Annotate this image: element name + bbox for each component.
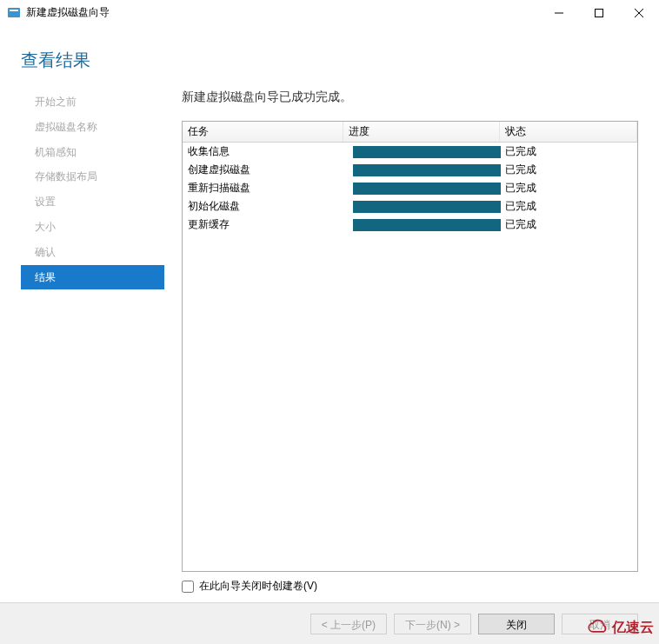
sidebar-item-label: 机箱感知 xyxy=(35,146,77,158)
task-progress xyxy=(343,163,500,178)
svg-rect-1 xyxy=(10,10,18,11)
svg-rect-3 xyxy=(596,9,603,17)
sidebar-item-label: 开始之前 xyxy=(35,96,77,108)
progress-bar xyxy=(353,183,501,195)
progress-bar xyxy=(353,201,501,213)
create-volume-checkbox-row[interactable]: 在此向导关闭时创建卷(V) xyxy=(182,579,638,594)
task-status: 已完成 xyxy=(500,143,637,160)
table-row: 重新扫描磁盘 已完成 xyxy=(183,179,637,197)
sidebar-item-before-begin: 开始之前 xyxy=(21,90,164,115)
column-header-status[interactable]: 状态 xyxy=(500,122,637,142)
table-row: 更新缓存 已完成 xyxy=(183,216,637,234)
task-name: 更新缓存 xyxy=(183,216,343,233)
sidebar-item-label: 存储数据布局 xyxy=(35,170,97,183)
window-controls xyxy=(539,0,659,26)
table-row: 创建虚拟磁盘 已完成 xyxy=(183,161,637,179)
maximize-button[interactable] xyxy=(579,0,619,26)
window-title: 新建虚拟磁盘向导 xyxy=(26,5,539,20)
task-progress xyxy=(343,199,500,215)
task-progress xyxy=(343,144,500,160)
sidebar-item-confirm: 确认 xyxy=(21,240,164,265)
minimize-button[interactable] xyxy=(539,0,579,26)
close-button[interactable] xyxy=(619,0,659,26)
previous-button: < 上一步(P) xyxy=(310,614,387,634)
table-row: 收集信息 已完成 xyxy=(183,143,637,161)
sidebar-item-label: 结果 xyxy=(35,271,56,283)
create-volume-label: 在此向导关闭时创建卷(V) xyxy=(199,579,317,594)
sidebar-item-size: 大小 xyxy=(21,215,164,240)
page-title: 查看结果 xyxy=(0,26,659,90)
results-table: 任务 进度 状态 收集信息 已完成 创建虚拟磁盘 已完成 重新扫描磁盘 xyxy=(182,121,638,572)
next-button: 下一步(N) > xyxy=(394,614,471,634)
sidebar-item-label: 虚拟磁盘名称 xyxy=(35,121,97,133)
task-status: 已完成 xyxy=(500,180,637,196)
close-wizard-button[interactable]: 关闭 xyxy=(478,614,555,634)
task-name: 创建虚拟磁盘 xyxy=(183,162,343,178)
task-status: 已完成 xyxy=(500,216,637,233)
main-panel: 新建虚拟磁盘向导已成功完成。 任务 进度 状态 收集信息 已完成 创建虚拟磁盘 … xyxy=(164,90,659,594)
task-progress xyxy=(343,217,500,233)
progress-bar xyxy=(353,219,501,231)
svg-rect-0 xyxy=(8,8,20,17)
task-progress xyxy=(343,181,500,196)
task-name: 重新扫描磁盘 xyxy=(183,180,343,196)
sidebar-item-label: 确认 xyxy=(35,246,56,258)
sidebar-item-settings: 设置 xyxy=(21,189,164,215)
table-body: 收集信息 已完成 创建虚拟磁盘 已完成 重新扫描磁盘 已完成 初始化磁盘 xyxy=(183,143,637,571)
progress-bar xyxy=(353,164,501,176)
task-status: 已完成 xyxy=(500,162,637,178)
sidebar-item-results: 结果 xyxy=(21,265,164,290)
task-name: 收集信息 xyxy=(183,143,343,160)
result-message: 新建虚拟磁盘向导已成功完成。 xyxy=(182,90,638,105)
app-icon xyxy=(7,6,21,20)
table-row: 初始化磁盘 已完成 xyxy=(183,197,637,216)
footer: < 上一步(P) 下一步(N) > 关闭 取消 xyxy=(0,602,659,644)
column-header-task[interactable]: 任务 xyxy=(183,122,343,142)
sidebar-item-label: 大小 xyxy=(35,221,56,233)
sidebar-item-enclosure: 机箱感知 xyxy=(21,140,164,165)
table-header: 任务 进度 状态 xyxy=(183,122,637,143)
titlebar: 新建虚拟磁盘向导 xyxy=(0,0,659,26)
column-header-progress[interactable]: 进度 xyxy=(343,122,500,142)
sidebar-item-label: 设置 xyxy=(35,196,56,208)
sidebar: 开始之前 虚拟磁盘名称 机箱感知 存储数据布局 设置 大小 确认 结果 xyxy=(21,90,164,594)
cancel-button: 取消 xyxy=(562,614,638,634)
create-volume-checkbox[interactable] xyxy=(182,581,194,593)
sidebar-item-layout: 存储数据布局 xyxy=(21,164,164,189)
progress-bar xyxy=(353,146,501,158)
task-name: 初始化磁盘 xyxy=(183,198,343,215)
sidebar-item-vdisk-name: 虚拟磁盘名称 xyxy=(21,115,164,140)
task-status: 已完成 xyxy=(500,198,637,215)
